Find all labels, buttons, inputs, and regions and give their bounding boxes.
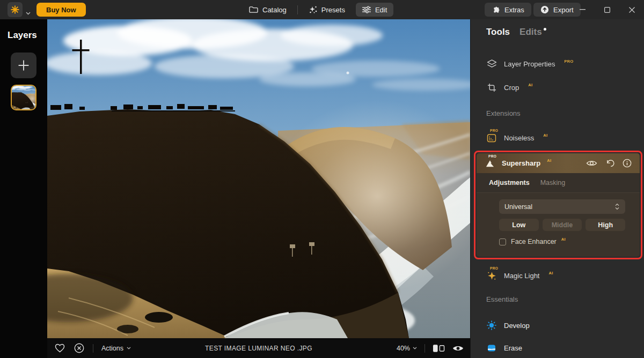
tab-catalog-label: Catalog — [262, 6, 287, 14]
pro-flag-badge: PRO — [488, 154, 496, 158]
luminar-star-icon — [10, 5, 20, 14]
tool-erase[interactable]: Erase — [486, 342, 522, 354]
pro-flag-badge: PRO — [490, 129, 498, 132]
supersharp-icon: PRO — [485, 158, 495, 169]
add-layer-button[interactable] — [11, 53, 36, 78]
minimize-button[interactable] — [570, 0, 595, 19]
ai-badge: AI — [561, 237, 566, 242]
toolbar-divider — [425, 344, 425, 353]
face-enhancer-checkbox[interactable] — [499, 238, 506, 245]
preview-original-button[interactable] — [452, 345, 464, 352]
supersharp-tab-adjustments[interactable]: Adjustments — [489, 179, 530, 187]
favorite-button[interactable] — [55, 344, 65, 353]
tool-develop[interactable]: Develop — [486, 319, 530, 331]
close-icon — [629, 7, 635, 13]
nav-divider — [297, 5, 298, 14]
bottom-toolbar: TEST IMAGE LUMINAR NEO .JPG Actions — [47, 338, 470, 358]
supersharp-title: Supersharp — [502, 159, 540, 167]
app-logo[interactable] — [8, 2, 23, 17]
tab-catalog[interactable]: Catalog — [243, 3, 293, 17]
layers-stack-icon — [486, 58, 497, 69]
layer-thumbnail-image — [12, 86, 35, 109]
noiseless-icon: PRO — [486, 132, 497, 143]
tool-crop[interactable]: CropAI — [486, 81, 532, 93]
tab-edits-label: Edits — [519, 27, 542, 37]
toolbar-divider — [93, 344, 93, 353]
eraser-icon — [486, 342, 497, 353]
face-enhancer-label: Face Enhancer — [511, 238, 557, 245]
supersharp-tab-masking[interactable]: Masking — [540, 179, 566, 187]
plus-icon — [17, 59, 30, 72]
maximize-icon — [604, 7, 610, 13]
tab-edit-label: Edit — [375, 6, 387, 14]
sparkles-icon — [309, 5, 317, 14]
window-controls — [570, 0, 644, 19]
sharpen-mode-dropdown[interactable]: Universal — [499, 199, 625, 214]
pro-badge: PRO — [564, 59, 573, 64]
supersharp-info-button[interactable] — [623, 159, 632, 168]
tab-edits[interactable]: Edits — [519, 27, 546, 38]
magic-light-label: Magic Light — [504, 272, 539, 280]
supersharp-header[interactable]: PRO SupersharpAI — [477, 153, 640, 173]
top-bar: Buy Now Catalog Presets — [0, 0, 644, 19]
reject-button[interactable] — [74, 343, 84, 353]
tool-layer-properties[interactable]: Layer PropertiesPRO — [486, 58, 574, 70]
puzzle-icon — [492, 6, 500, 14]
layer-properties-label: Layer Properties — [504, 60, 555, 68]
level-low-button[interactable]: Low — [499, 219, 539, 231]
chevron-down-icon — [127, 347, 131, 349]
chevron-updown-icon — [614, 203, 620, 210]
pro-flag-badge: PRO — [490, 266, 498, 270]
level-high-button[interactable]: High — [586, 219, 625, 231]
face-enhancer-option[interactable]: Face EnhancerAI — [499, 238, 625, 245]
tab-presets[interactable]: Presets — [302, 3, 352, 17]
tab-edit[interactable]: Edit — [356, 3, 393, 17]
extras-label: Extras — [504, 6, 524, 14]
minimize-icon — [580, 9, 586, 10]
ai-badge: AI — [548, 271, 553, 275]
magic-light-icon: PRO — [486, 270, 497, 281]
folder-icon — [249, 6, 258, 13]
logo-menu-chevron-icon[interactable] — [26, 8, 31, 17]
ai-badge: AI — [547, 158, 551, 163]
actions-menu[interactable]: Actions — [101, 345, 131, 352]
zoom-level-value: 40% — [397, 345, 410, 352]
zoom-level-selector[interactable]: 40% — [397, 345, 417, 352]
edits-notification-dot — [544, 28, 546, 31]
close-button[interactable] — [619, 0, 644, 19]
layers-panel-title: Layers — [8, 30, 37, 41]
crop-label: Crop — [504, 84, 519, 92]
luminar-neo-window: Buy Now Catalog Presets — [0, 0, 644, 358]
heart-icon — [55, 344, 65, 353]
extras-button[interactable]: Extras — [485, 3, 531, 17]
x-circle-icon — [74, 343, 84, 353]
layers-panel: Layers — [0, 19, 47, 358]
essentials-section-header: Essentials — [486, 295, 518, 303]
photo-coastal-cliffs — [47, 19, 470, 338]
buy-now-button[interactable]: Buy Now — [36, 3, 86, 17]
tool-noiseless[interactable]: PRO NoiselessAI — [486, 132, 547, 144]
level-middle-button[interactable]: Middle — [543, 219, 582, 231]
layer-thumbnail-selected[interactable] — [11, 85, 36, 110]
compare-before-after-button[interactable] — [433, 344, 445, 353]
develop-label: Develop — [504, 322, 530, 330]
develop-sun-icon — [486, 320, 497, 331]
supersharp-highlight-annotation: PRO SupersharpAI — [474, 151, 642, 259]
supersharp-adjustments-body: Universal Low Middle High Face EnhancerA… — [477, 192, 640, 257]
undo-icon — [605, 159, 614, 168]
eye-icon — [452, 345, 464, 352]
noiseless-label: Noiseless — [504, 134, 534, 142]
supersharp-panel: PRO SupersharpAI — [477, 153, 640, 257]
tab-presets-label: Presets — [321, 6, 345, 14]
main-navigation: Catalog Presets — [243, 3, 393, 17]
tool-magic-light[interactable]: PRO Magic LightAI — [486, 270, 553, 281]
tools-panel: Tools Edits Layer PropertiesPRO CropAI E… — [470, 19, 644, 358]
eye-icon — [586, 159, 597, 167]
sliders-icon — [362, 6, 371, 13]
supersharp-visibility-toggle[interactable] — [586, 159, 597, 167]
photo-canvas[interactable] — [47, 19, 470, 338]
maximize-button[interactable] — [595, 0, 619, 19]
crop-icon — [486, 82, 497, 93]
tab-tools[interactable]: Tools — [486, 27, 510, 38]
supersharp-reset-button[interactable] — [605, 159, 614, 168]
